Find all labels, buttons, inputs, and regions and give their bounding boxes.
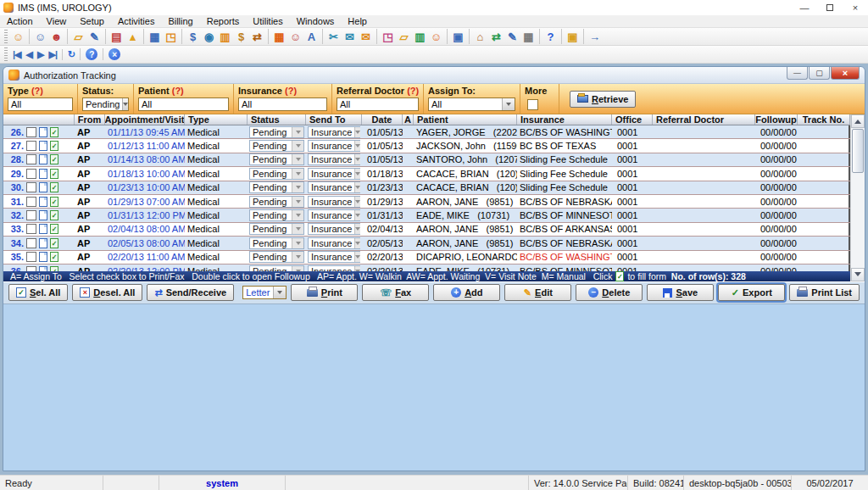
- send-to-select[interactable]: Insurance: [308, 209, 360, 221]
- referral-filter-input[interactable]: All: [337, 97, 419, 111]
- menu-item[interactable]: Help: [341, 16, 374, 26]
- more-checkbox[interactable]: [527, 99, 538, 110]
- scroll-down-icon[interactable]: [851, 268, 865, 281]
- status-select[interactable]: Pending: [249, 181, 304, 193]
- visit-note-icon[interactable]: ✎: [86, 29, 103, 44]
- status-select[interactable]: Pending: [249, 237, 304, 249]
- row-checkbox[interactable]: [26, 182, 36, 192]
- header-from[interactable]: From: [75, 114, 105, 125]
- schedule-grid-icon[interactable]: ▦: [268, 29, 287, 44]
- scrollbar-thumb[interactable]: [852, 129, 864, 173]
- header-patient[interactable]: Patient: [414, 114, 517, 125]
- header-track-no[interactable]: Track No.: [798, 114, 850, 125]
- table-row[interactable]: 31. ✓ AP 01/29/13 07:00 AM Medical Pendi…: [3, 195, 850, 209]
- transfer-icon[interactable]: ⇄: [249, 29, 265, 44]
- prev-record-icon[interactable]: ◀: [24, 49, 35, 60]
- fax-button[interactable]: ☏ Fax: [362, 284, 429, 301]
- row-checkbox[interactable]: [26, 224, 36, 234]
- calendar-icon[interactable]: ▦: [143, 29, 163, 44]
- fill-form-icon[interactable]: ✓: [50, 238, 58, 248]
- chevron-down-icon[interactable]: [354, 197, 360, 207]
- save-button[interactable]: Save: [647, 284, 714, 301]
- row-checkbox[interactable]: [26, 127, 36, 137]
- memo-icon[interactable]: ✎: [504, 29, 520, 44]
- table-row[interactable]: 36. ✓ AP 02/20/13 12:00 PM Medical Pendi…: [3, 264, 850, 271]
- appointment-visit-link[interactable]: 01/14/13 08:00 AM: [105, 154, 185, 164]
- chevron-down-icon[interactable]: [354, 238, 360, 248]
- close-icon[interactable]: ×: [843, 0, 868, 15]
- print-button[interactable]: Print: [291, 284, 358, 301]
- insurance-filter-input[interactable]: All: [238, 97, 327, 111]
- chevron-down-icon[interactable]: [292, 210, 303, 220]
- edit-button[interactable]: ✎ Edit: [504, 284, 571, 301]
- chevron-down-icon[interactable]: [292, 238, 303, 248]
- refresh-icon[interactable]: ↻: [62, 49, 77, 60]
- menu-item[interactable]: Windows: [290, 16, 342, 26]
- appointment-visit-link[interactable]: 01/31/13 12:00 PM: [105, 210, 185, 220]
- send-to-select[interactable]: Insurance: [308, 237, 360, 249]
- send-receive-button[interactable]: ⇄ Send/Receive: [147, 284, 234, 301]
- select-all-button[interactable]: ✓ Sel. All: [8, 284, 68, 301]
- chevron-down-icon[interactable]: [292, 169, 303, 179]
- document-icon[interactable]: [39, 154, 47, 164]
- status-select[interactable]: Pending: [249, 168, 304, 180]
- document-icon[interactable]: [39, 266, 47, 271]
- home-icon[interactable]: ⌂: [469, 29, 488, 44]
- chevron-down-icon[interactable]: [354, 141, 360, 151]
- lab-icon[interactable]: ▴: [125, 29, 141, 44]
- chevron-down-icon[interactable]: [292, 154, 303, 164]
- chevron-down-icon[interactable]: [292, 224, 303, 234]
- retrieve-button[interactable]: Retrieve: [570, 91, 636, 108]
- document-icon[interactable]: [39, 238, 47, 248]
- send-to-select[interactable]: Insurance: [308, 153, 360, 165]
- row-checkbox[interactable]: [26, 154, 36, 164]
- fill-form-icon[interactable]: ✓: [50, 141, 58, 151]
- table-row[interactable]: 34. ✓ AP 02/05/13 08:00 AM Medical Pendi…: [3, 237, 850, 250]
- document-icon[interactable]: [39, 141, 47, 151]
- billing-globe-icon[interactable]: ◉: [201, 29, 217, 44]
- send-to-select[interactable]: Insurance: [308, 251, 360, 263]
- menu-item[interactable]: Setup: [73, 16, 111, 26]
- chevron-down-icon[interactable]: [502, 98, 515, 110]
- header-a[interactable]: A: [403, 114, 414, 125]
- fill-form-icon[interactable]: ✓: [50, 210, 58, 220]
- case-icon[interactable]: ☺: [287, 29, 303, 44]
- send-to-select[interactable]: Insurance: [308, 168, 360, 180]
- fill-form-icon[interactable]: ✓: [50, 127, 58, 137]
- receipts-icon[interactable]: $: [233, 29, 249, 44]
- fill-form-icon[interactable]: ✓: [50, 252, 58, 262]
- status-select[interactable]: Pending: [249, 126, 304, 138]
- chevron-down-icon[interactable]: [292, 252, 303, 262]
- chevron-down-icon[interactable]: [354, 169, 360, 179]
- document-icon[interactable]: [39, 169, 47, 179]
- document-icon[interactable]: ▤: [105, 29, 125, 44]
- chevron-down-icon[interactable]: [292, 141, 303, 151]
- chevron-down-icon[interactable]: [292, 182, 303, 192]
- auth-minimize-icon[interactable]: —: [787, 67, 808, 80]
- reference-icon[interactable]: ▣: [447, 29, 466, 44]
- send-to-select[interactable]: Insurance: [308, 223, 360, 235]
- authorization-icon[interactable]: A: [303, 29, 320, 44]
- fill-form-icon[interactable]: ✓: [50, 197, 58, 207]
- table-row[interactable]: 28. ✓ AP 01/14/13 08:00 AM Medical Pendi…: [3, 153, 850, 167]
- table-row[interactable]: 30. ✓ AP 01/23/13 10:00 AM Medical Pendi…: [3, 181, 850, 195]
- ledger-icon[interactable]: ▥: [217, 29, 233, 44]
- table-row[interactable]: 32. ✓ AP 01/31/13 12:00 PM Medical Pendi…: [3, 209, 850, 222]
- auth-maximize-icon[interactable]: ▢: [809, 67, 830, 80]
- fill-form-icon[interactable]: ✓: [50, 169, 58, 179]
- row-checkbox[interactable]: [26, 252, 36, 262]
- day-sheet-icon[interactable]: ◳: [163, 29, 179, 44]
- chevron-down-icon[interactable]: [292, 197, 303, 207]
- letter-select[interactable]: Letter: [242, 286, 287, 299]
- document-icon[interactable]: [39, 252, 47, 262]
- scan-icon[interactable]: ✂: [322, 29, 342, 44]
- document-icon[interactable]: [39, 127, 47, 137]
- menu-item[interactable]: Utilities: [246, 16, 289, 26]
- send-to-select[interactable]: Insurance: [308, 181, 360, 193]
- status-select[interactable]: Pending: [249, 153, 304, 165]
- restore-icon[interactable]: [817, 0, 843, 15]
- status-select[interactable]: Pending: [249, 209, 304, 221]
- row-checkbox[interactable]: [26, 197, 36, 207]
- add-button[interactable]: + Add: [433, 284, 500, 301]
- header-appointment-visit[interactable]: Appointment/Visit: [105, 114, 185, 125]
